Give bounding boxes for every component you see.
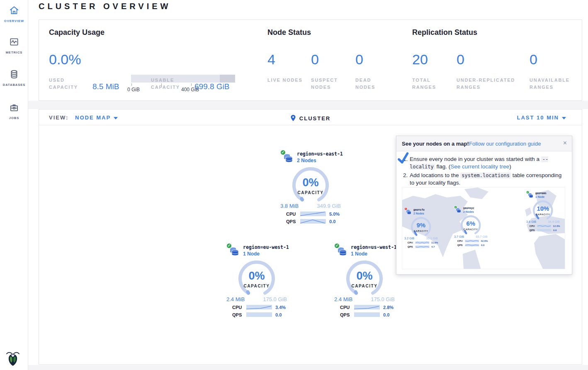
locality-nodes-link[interactable]: 1 Node xyxy=(243,251,289,257)
capacity-usage-title: Capacity Usage xyxy=(49,28,104,37)
capacity-used-percent: 0.0% xyxy=(49,51,81,68)
step-done-check-icon xyxy=(396,152,410,167)
cpu-value: 2.8% xyxy=(383,305,394,310)
replication-status-title: Replication Status xyxy=(412,28,477,37)
cpu-label: CPU xyxy=(340,305,354,310)
qps-label: QPS xyxy=(286,219,300,224)
configuration-guide-link[interactable]: Follow our configuration guide xyxy=(469,141,541,147)
healthy-check-icon: ✓ xyxy=(226,243,232,249)
unavailable-ranges-count: 0 xyxy=(530,51,537,68)
locality-card-us-east-1[interactable]: ✓ region=us-east-1 2 Nodes 0% CAPAC xyxy=(279,150,342,224)
locality-name: geo=nyc xyxy=(463,207,474,210)
locality-nodes-link[interactable]: 1 Node xyxy=(351,251,397,257)
map-pin-icon xyxy=(290,114,296,123)
separator-band xyxy=(28,365,588,370)
capacity-percent: 6% xyxy=(454,220,488,227)
capacity-used: 3.7 GiB xyxy=(454,235,464,238)
locality-nodes: 2 Nodes xyxy=(463,210,474,213)
cpu-value: 5.0% xyxy=(329,212,340,217)
popup-steps: 1. Ensure every node in your cluster was… xyxy=(396,151,572,187)
setup-step-1: 1. Ensure every node in your cluster was… xyxy=(403,156,565,170)
total-ranges-label: TOTAL RANGES xyxy=(412,77,450,91)
suspect-nodes-label: SUSPECT NODES xyxy=(311,77,348,91)
locality-name: region=us-west-1 xyxy=(351,244,397,250)
node-map-preview-image: ! geo=sfo 2 Nodes 9% CAPACITY xyxy=(402,187,565,269)
chevron-down-icon xyxy=(562,117,566,119)
page-title: CLUSTER OVERVIEW xyxy=(39,2,171,11)
healthy-check-icon: ✓ xyxy=(454,205,457,209)
under-replicated-ranges-label: UNDER-REPLICATED RANGES xyxy=(457,77,525,91)
capacity-used: 3.8 MiB xyxy=(280,203,299,209)
capacity-bar-reserved-segment xyxy=(220,75,235,83)
capacity-used: 2.4 MiB xyxy=(226,296,245,302)
qps-label: QPS xyxy=(457,244,465,247)
qps-value: 0.0 xyxy=(329,219,335,224)
capacity-used: 3.6 GiB xyxy=(526,220,536,223)
popup-header: See your nodes on a map! Follow our conf… xyxy=(396,136,572,151)
capacity-total: 35.1 GiB xyxy=(426,236,438,240)
suspect-nodes-count: 0 xyxy=(311,51,319,68)
qps-sparkline xyxy=(246,312,272,317)
cpu-sparkline xyxy=(300,211,326,217)
code-snippet: system.locations xyxy=(460,173,511,178)
capacity-label: CAPACITY xyxy=(333,284,396,288)
qps-label: QPS xyxy=(408,246,415,248)
view-bar: VIEW: NODE MAP CLUSTER LAST 10 MIN xyxy=(39,110,582,125)
unavailable-ranges-label: UNAVAILABLE RANGES xyxy=(530,77,579,91)
usable-capacity-value: 699.8 GiB xyxy=(194,82,230,91)
cpu-label: CPU xyxy=(286,212,300,217)
mini-locality-card-ams: ✓ geo=ams 1 Node 10% CAPACITY xyxy=(526,191,560,231)
capacity-total: 175.0 GiB xyxy=(263,296,287,302)
sidebar-item-label: DATABASES xyxy=(0,83,28,87)
cpu-value: 11.0% xyxy=(431,241,438,244)
healthy-check-icon: ✓ xyxy=(526,190,530,194)
healthy-check-icon: ✓ xyxy=(334,243,340,249)
capacity-total: 175.0 GiB xyxy=(371,296,395,302)
capacity-total: 65.7 GiB xyxy=(476,235,488,238)
cluster-summary-panel: Capacity Usage 0.0% 0 GiB 400 GiB USED C… xyxy=(39,19,582,101)
qps-value: 0.0 xyxy=(275,312,282,317)
database-icon xyxy=(9,69,19,81)
cpu-value: 12.3% xyxy=(553,225,560,228)
cpu-label: CPU xyxy=(232,305,246,310)
mini-locality-card-sfo: ! geo=sfo 2 Nodes 9% CAPACITY xyxy=(404,207,438,248)
used-capacity-value: 8.5 MiB xyxy=(92,82,119,91)
mini-locality-card-nyc: ✓ geo=nyc 2 Nodes 6% CAPACITY xyxy=(454,206,488,246)
locality-tree-link[interactable]: See current locality tree xyxy=(450,163,509,170)
step-number: 2. xyxy=(403,172,410,187)
usable-capacity-label: USABLE CAPACITY xyxy=(151,77,188,91)
locality-name: geo=sfo xyxy=(413,208,425,212)
qps-label: QPS xyxy=(530,229,537,232)
locality-card-us-west-1[interactable]: ✓ region=us-west-1 1 Node 0% CAPACI xyxy=(333,243,396,317)
warning-icon: ! xyxy=(404,207,408,210)
capacity-label: CAPACITY xyxy=(404,230,438,232)
cpu-label: CPU xyxy=(530,225,537,228)
close-icon[interactable]: × xyxy=(563,139,567,147)
qps-sparkline xyxy=(300,219,326,224)
cockroachdb-logo xyxy=(5,349,21,368)
sidebar-item-databases[interactable]: DATABASES xyxy=(0,69,28,87)
capacity-used: 2.4 MiB xyxy=(334,296,352,302)
briefcase-icon xyxy=(9,102,19,114)
sidebar-item-metrics[interactable]: METRICS xyxy=(0,37,28,54)
cpu-sparkline xyxy=(354,304,380,310)
locality-name: region=eu-west-1 xyxy=(243,244,289,250)
qps-value: 0.0 xyxy=(383,312,389,317)
breadcrumb[interactable]: CLUSTER xyxy=(39,114,582,123)
sidebar-item-jobs[interactable]: JOBS xyxy=(0,102,28,120)
sidebar-item-label: OVERVIEW xyxy=(0,19,28,23)
locality-nodes-link[interactable]: 2 Nodes xyxy=(297,158,343,163)
qps-label: QPS xyxy=(232,312,246,317)
qps-value: 4.7 xyxy=(431,246,435,248)
time-range-selector[interactable]: LAST 10 MIN xyxy=(517,114,566,121)
locality-card-eu-west-1[interactable]: ✓ region=eu-west-1 1 Node 0% CAPACI xyxy=(226,243,288,317)
sidebar-item-overview[interactable]: OVERVIEW xyxy=(0,5,28,23)
used-capacity-label: USED CAPACITY xyxy=(49,77,86,91)
home-icon xyxy=(9,5,19,17)
capacity-label: CAPACITY xyxy=(279,190,342,195)
capacity-label: CAPACITY xyxy=(226,284,288,288)
sidebar: OVERVIEW METRICS DATABASES xyxy=(0,0,28,370)
qps-value: 0.0 xyxy=(481,244,484,247)
node-map-setup-popup: See your nodes on a map! Follow our conf… xyxy=(396,136,572,275)
metrics-icon xyxy=(9,37,19,49)
